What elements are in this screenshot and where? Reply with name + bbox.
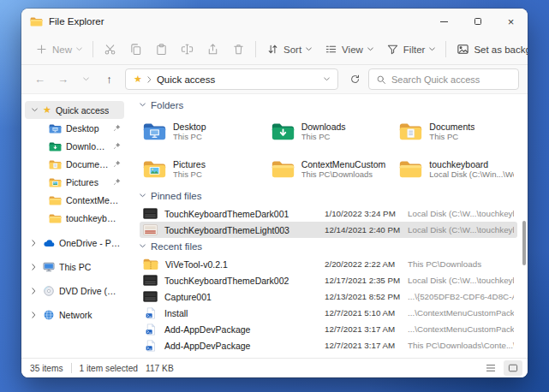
back-button[interactable]: ← (30, 69, 50, 90)
items-count: 35 items (30, 364, 63, 373)
filter-button[interactable]: Filter (380, 38, 442, 62)
folder-tile-contextmenucustompac[interactable]: ContextMenuCustomPac...This PC\Downloads (268, 152, 390, 185)
file-date-cell: 12/17/2021 2:35 PM (325, 276, 408, 285)
sidebar-item-documents[interactable]: Documents (25, 155, 124, 173)
tile-name: Downloads (301, 122, 346, 132)
chevron-down-icon (429, 47, 435, 51)
up-button[interactable]: ↑ (99, 69, 119, 90)
large-icons-view-button[interactable] (504, 360, 522, 376)
titlebar: File Explorer × (21, 9, 528, 34)
file-row-vivetool[interactable]: ViVeTool-v0.2.1 2/20/2022 2:22 AM This P… (140, 256, 517, 272)
folder-tile-downloads[interactable]: DownloadsThis PC (268, 115, 390, 147)
view-button[interactable]: View (319, 38, 379, 62)
pin-icon (113, 160, 121, 168)
forward-button[interactable]: → (53, 69, 73, 90)
delete-button[interactable] (226, 38, 251, 62)
file-name-cell: Add-AppDevPackage (143, 324, 325, 336)
paste-button[interactable] (149, 38, 174, 62)
folders-grid: DesktopThis PC DownloadsThis PC Document… (140, 115, 517, 185)
breadcrumb[interactable]: Quick access (157, 74, 215, 85)
set-as-background-button[interactable]: Set as background (451, 38, 528, 62)
selection-count: 1 item selected (80, 364, 139, 373)
maximize-button[interactable] (461, 9, 494, 34)
sidebar-item-contextmenucust[interactable]: ContextMenuCust (25, 191, 124, 209)
sidebar-item-label: Pictures (66, 177, 98, 187)
cut-button[interactable] (98, 38, 122, 62)
chevron-right-icon (32, 312, 36, 318)
sort-button[interactable]: Sort (260, 38, 318, 62)
section-header-folders[interactable]: Folders (140, 99, 517, 110)
folder-tile-desktop[interactable]: DesktopThis PC (140, 115, 261, 147)
toolbar-separator (255, 41, 256, 57)
expander-icon[interactable] (32, 312, 39, 318)
copy-button[interactable] (123, 38, 148, 62)
sidebar-item-label: Quick access (56, 105, 109, 116)
image-file-dark-icon (143, 208, 158, 219)
image-file-dark-icon (143, 291, 158, 302)
share-button[interactable] (200, 38, 225, 62)
sidebar-item-dvd-drive[interactable]: DVD Drive (D:) CCCO (25, 279, 124, 303)
tile-name: Pictures (173, 159, 206, 169)
expander-icon[interactable] (32, 264, 39, 270)
file-row-touchkeyboardthemedark001[interactable]: TouchKeyboardThemeDark001 1/10/2022 3:24… (140, 205, 517, 222)
chevron-right-icon (147, 76, 152, 83)
address-dropdown-icon[interactable] (324, 77, 330, 81)
sidebar-item-this-pc[interactable]: This PC (25, 255, 124, 279)
folder-tile-pictures[interactable]: PicturesThis PC (140, 152, 261, 185)
expander-icon[interactable] (32, 240, 39, 246)
sidebar-item-label: DVD Drive (D:) CCCO (59, 286, 121, 296)
desktop-folder-icon (143, 122, 166, 140)
tile-name: Desktop (173, 122, 206, 132)
folder-tile-documents[interactable]: DocumentsThis PC (396, 115, 517, 147)
sidebar-item-network[interactable]: Network (25, 303, 124, 327)
chevron-down-icon (306, 47, 312, 51)
recent-locations-button[interactable] (76, 69, 96, 90)
file-row-install[interactable]: Install 12/7/2021 5:10 AM ...\ContextMen… (140, 305, 517, 321)
tile-location: This PC (173, 132, 206, 141)
search-icon (376, 74, 386, 85)
file-location-cell: Local Disk (C:\W...\touchkeyboard (408, 276, 514, 285)
search-box[interactable] (368, 68, 519, 90)
chevron-down-icon (83, 77, 89, 81)
close-button[interactable]: × (494, 9, 528, 34)
image-file-dark-icon (143, 275, 158, 286)
new-button[interactable]: New (29, 38, 88, 62)
tile-location: This PC (301, 132, 346, 141)
sidebar-item-touchkeyboard[interactable]: touchkeyboard (25, 209, 124, 227)
folder-tile-touchkeyboard[interactable]: touchkeyboardLocal Disk (C:\Win...\Web (396, 152, 517, 185)
computer-icon (43, 262, 55, 272)
dvd-disc-icon (43, 286, 55, 296)
file-name-cell: ViVeTool-v0.2.1 (143, 258, 325, 270)
toolbar-separator (445, 41, 446, 57)
expander-icon[interactable] (32, 108, 39, 112)
sidebar-item-quick-access[interactable]: ★ Quick access (25, 101, 124, 119)
chevron-down-icon (32, 108, 38, 112)
section-header-pinned-files[interactable]: Pinned files (140, 190, 517, 201)
refresh-button[interactable] (344, 69, 365, 90)
file-location-cell: Local Disk (C:\W...\touchkeyboard (408, 209, 514, 218)
tile-location: Local Disk (C:\Win...\Web (429, 169, 514, 179)
downloads-folder-icon (49, 141, 62, 151)
sort-label: Sort (283, 45, 301, 55)
rename-button[interactable] (175, 38, 200, 62)
section-header-recent-files[interactable]: Recent files (140, 241, 517, 252)
scrollbar-thumb[interactable] (522, 221, 526, 265)
minimize-button[interactable] (427, 9, 461, 34)
documents-folder-icon (399, 122, 422, 140)
file-row-touchkeyboardthemelight003-selected[interactable]: TouchKeyboardThemeLight003 12/14/2021 2:… (140, 222, 517, 238)
refresh-icon (349, 74, 361, 85)
search-input[interactable] (391, 74, 511, 85)
filter-icon (386, 43, 399, 56)
file-row-capture001[interactable]: Capture001 12/13/2021 8:52 PM ...\{5205D… (140, 288, 517, 305)
address-box[interactable]: ★ Quick access (125, 68, 338, 90)
sidebar-item-desktop[interactable]: Desktop (25, 119, 124, 137)
sidebar-item-downloads[interactable]: Downloads (25, 137, 124, 155)
file-row-touchkeyboardthemedark002[interactable]: TouchKeyboardThemeDark002 12/17/2021 2:3… (140, 272, 517, 288)
file-row-add-appdevpackage-2[interactable]: Add-AppDevPackage 12/7/2021 3:17 AM This… (140, 337, 517, 353)
sidebar-item-onedrive[interactable]: OneDrive - Personal (25, 231, 124, 255)
details-view-button[interactable] (481, 360, 500, 376)
file-row-add-appdevpackage-1[interactable]: Add-AppDevPackage 12/7/2021 3:17 AM ...\… (140, 321, 517, 337)
sidebar-item-pictures[interactable]: Pictures (25, 173, 124, 191)
expander-icon[interactable] (32, 288, 39, 294)
pictures-folder-icon (49, 177, 62, 187)
